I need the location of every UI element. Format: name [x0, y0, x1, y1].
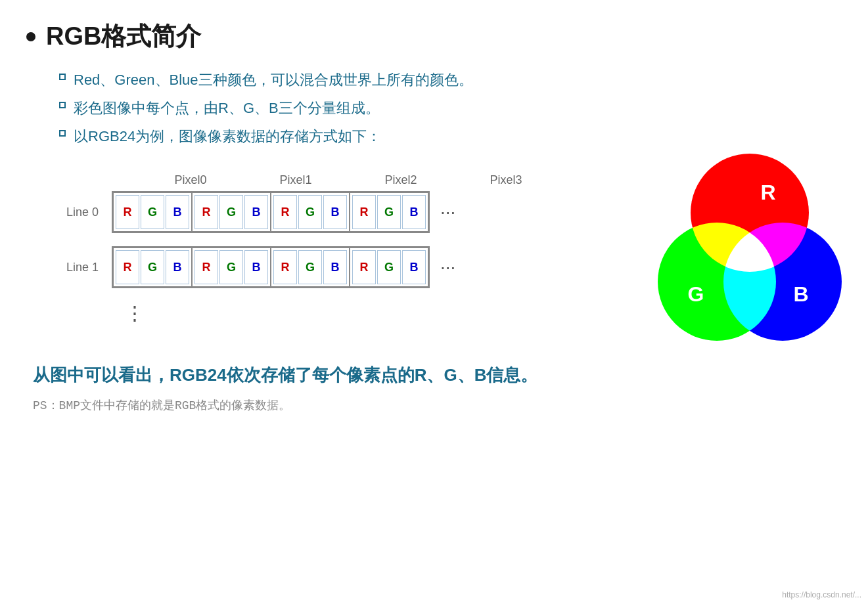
line0-pixel1: R G B [193, 193, 271, 231]
line1-pixel1: R G B [193, 248, 271, 286]
vdots: ⋮ [125, 301, 618, 324]
svg-point-3 [723, 223, 842, 341]
l1p0-g: G [141, 250, 164, 284]
main-title: RGB格式简介 [26, 20, 842, 53]
line0-pixel0: R G B [114, 193, 193, 231]
l0p3-b: B [402, 195, 426, 229]
l1p3-r: R [352, 250, 376, 284]
pixel-label-0: Pixel0 [138, 173, 243, 187]
l1p1-r: R [194, 250, 218, 284]
line1-label: Line 1 [59, 261, 112, 274]
line1-row: Line 1 R G B R G B [59, 246, 618, 288]
line0-label: Line 0 [59, 206, 112, 219]
content-area: Pixel0 Pixel1 Pixel2 Pixel3 Line 0 R G B [26, 160, 842, 344]
rgb-circle-container: RGB [658, 160, 842, 344]
sub-item-2: 彩色图像中每个点，由R、G、B三个分量组成。 [59, 97, 842, 119]
l1p3-g: G [377, 250, 401, 284]
line1-pixel2: R G B [271, 248, 350, 286]
l0p0-b: B [166, 195, 189, 229]
l1p0-b: B [166, 250, 189, 284]
line1-ellipsis: ··· [440, 257, 455, 278]
bullet-dot [26, 32, 35, 41]
l1p2-g: G [298, 250, 322, 284]
l1p2-b: B [323, 250, 347, 284]
summary-text: 从图中可以看出，RGB24依次存储了每个像素点的R、G、B信息。 [33, 364, 842, 387]
sub-bullet-2 [59, 102, 66, 108]
l1p1-b: B [244, 250, 268, 284]
line1-pixels: R G B R G B R G B [112, 246, 430, 288]
l0p1-r: R [194, 195, 218, 229]
sub-items: Red、Green、Blue三种颜色，可以混合成世界上所有的颜色。 彩色图像中每… [59, 69, 842, 147]
line0-pixel2: R G B [271, 193, 350, 231]
sub-bullet-3 [59, 130, 66, 137]
l0p2-b: B [323, 195, 347, 229]
l0p0-g: G [141, 195, 164, 229]
l0p2-r: R [273, 195, 297, 229]
line1-pixel3: R G B [350, 248, 428, 286]
l0p0-r: R [116, 195, 139, 229]
pixel-label-1: Pixel1 [243, 173, 348, 187]
l1p1-g: G [219, 250, 243, 284]
svg-text:B: B [793, 282, 808, 306]
pixel-label-3: Pixel3 [453, 173, 559, 187]
l0p1-g: G [219, 195, 243, 229]
left-section: Pixel0 Pixel1 Pixel2 Pixel3 Line 0 R G B [26, 160, 618, 324]
watermark: https://blog.csdn.net/... [782, 590, 861, 599]
line0-row: Line 0 R G B R G B [59, 191, 618, 233]
l0p2-g: G [298, 195, 322, 229]
sub-bullet-1 [59, 74, 66, 80]
l0p1-b: B [244, 195, 268, 229]
line0-pixels: R G B R G B R G B [112, 191, 430, 233]
l1p3-b: B [402, 250, 426, 284]
sub-item-3: 以RGB24为例，图像像素数据的存储方式如下： [59, 125, 842, 147]
l1p0-r: R [116, 250, 139, 284]
svg-text:G: G [688, 282, 704, 306]
l0p3-r: R [352, 195, 376, 229]
pixel-label-2: Pixel2 [348, 173, 453, 187]
line1-pixel0: R G B [114, 248, 193, 286]
pixel-labels-row: Pixel0 Pixel1 Pixel2 Pixel3 [138, 173, 618, 187]
ps-note: PS：BMP文件中存储的就是RGB格式的像素数据。 [33, 397, 842, 413]
diagram-container: Pixel0 Pixel1 Pixel2 Pixel3 Line 0 R G B [59, 173, 618, 324]
line0-ellipsis: ··· [440, 202, 455, 223]
svg-text:R: R [760, 181, 775, 204]
line0-pixel3: R G B [350, 193, 428, 231]
l1p2-r: R [273, 250, 297, 284]
l0p3-g: G [377, 195, 401, 229]
sub-item-1: Red、Green、Blue三种颜色，可以混合成世界上所有的颜色。 [59, 69, 842, 91]
